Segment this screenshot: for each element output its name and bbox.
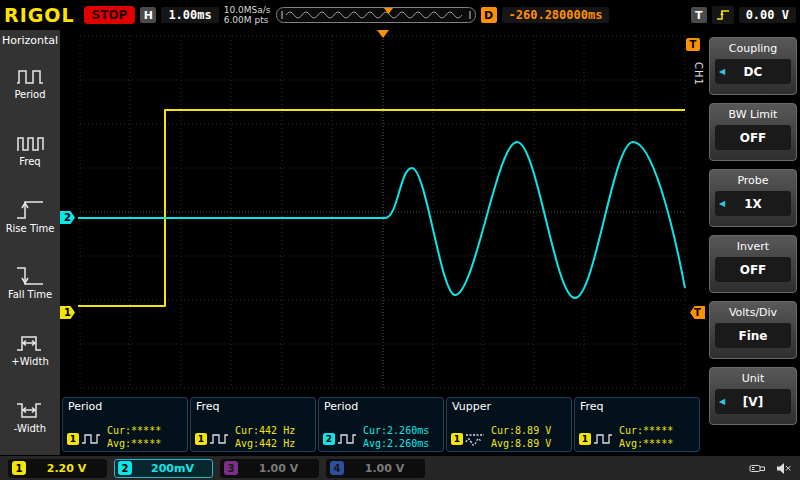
- channel-2-badge: 2: [118, 461, 132, 475]
- menu-item-title: Invert: [710, 240, 796, 253]
- measurement-label: Period: [324, 400, 358, 413]
- measurement-panel-period-ch2[interactable]: Period Cur:2.260msAvg:2.260ms Max:2.260m…: [318, 397, 444, 452]
- channel-badge: 1: [451, 433, 463, 445]
- menu-item-title: Volts/Div: [710, 306, 796, 319]
- sidebar-item-freq[interactable]: Freq: [15, 131, 45, 167]
- channel-3-scale: 1.00 V: [240, 462, 317, 475]
- menu-item-invert[interactable]: Invert OFF: [709, 235, 797, 293]
- menu-item-value: OFF: [740, 131, 767, 145]
- measurement-row: Period Cur:*****Avg:***** Max:*****Min:*…: [60, 395, 705, 455]
- menu-item-value-box: ◀ 1X: [715, 191, 791, 216]
- menu-item-bw-limit[interactable]: BW Limit OFF: [709, 103, 797, 161]
- menu-item-value-box: ◀ [V]: [715, 389, 791, 414]
- channel-4-badge: 4: [330, 461, 344, 475]
- channel-1-scale: 2.20 V: [28, 462, 105, 475]
- memory-position-bar: [276, 7, 476, 23]
- measurement-source-icon: 1: [67, 432, 101, 446]
- chevron-left-icon: ◀: [719, 200, 725, 208]
- menu-item-value: OFF: [740, 263, 767, 277]
- menu-item-coupling[interactable]: Coupling ◀ DC: [709, 37, 797, 95]
- pulse-icon: [81, 432, 101, 446]
- sidebar-item-rise-time[interactable]: Rise Time: [6, 198, 55, 234]
- measurement-source-icon: 1: [451, 432, 485, 446]
- sidebar-item-fall-time[interactable]: Fall Time: [8, 264, 52, 300]
- channel-1-status[interactable]: 1 2.20 V: [8, 459, 107, 478]
- rise-time-icon: [15, 198, 45, 222]
- trigger-key-label: T: [691, 7, 707, 23]
- menu-item-value-box: ◀ DC: [715, 59, 791, 84]
- menu-item-probe[interactable]: Probe ◀ 1X: [709, 169, 797, 227]
- ch1-trace: [78, 110, 685, 306]
- menu-item-value-box: OFF: [715, 257, 791, 282]
- menu-item-title: Coupling: [710, 42, 796, 55]
- measurement-label: Period: [68, 400, 102, 413]
- menu-item-value-box: Fine: [715, 323, 791, 348]
- menu-channel-tab: CH1: [693, 62, 704, 86]
- sidebar-items: Period Freq Rise Time Fall Time: [0, 49, 60, 449]
- measurement-panel-vupper-ch1[interactable]: Vupper Cur:8.89 VAvg:8.89 V Max:8.89 VMi…: [446, 397, 572, 452]
- measurement-panel-freq-ch1[interactable]: Freq Cur:442 HzAvg:442 Hz Max:442 HzMin:…: [190, 397, 316, 452]
- center-axes: [80, 36, 685, 388]
- channel-menu: Coupling ◀ DC BW Limit OFF Probe ◀ 1X In…: [705, 30, 800, 455]
- trigger-edge-icon: [712, 6, 734, 24]
- trigger-position-icon: [377, 30, 389, 38]
- top-status-bar: RIGOL STOP H 1.00ms 10.0MSa/s 6.00M pts …: [0, 0, 800, 30]
- graticule-and-traces: [60, 30, 705, 395]
- sidebar-item-minus-width[interactable]: -Width: [14, 398, 46, 434]
- fall-time-icon: [15, 264, 45, 288]
- sidebar-item-label: +Width: [11, 356, 48, 367]
- channel-3-badge: 3: [224, 461, 238, 475]
- pulse-icon: [337, 432, 357, 446]
- memory-depth: 6.00M pts: [224, 15, 269, 25]
- sine-icon: [465, 432, 485, 446]
- speaker-mute-icon: [776, 462, 792, 475]
- menu-item-value: [V]: [743, 395, 763, 409]
- measurement-panel-period-ch1[interactable]: Period Cur:*****Avg:***** Max:*****Min:*…: [62, 397, 188, 452]
- channel-1-badge: 1: [12, 461, 26, 475]
- sidebar-title: Horizontal: [2, 34, 58, 47]
- channel-4-status[interactable]: 4 1.00 V: [326, 459, 425, 478]
- ch2-trace: [78, 142, 685, 298]
- freq-icon: [15, 131, 45, 155]
- sidebar-item-label: Fall Time: [8, 289, 52, 300]
- sidebar-item-label: Rise Time: [6, 223, 55, 234]
- menu-item-value: Fine: [739, 329, 768, 343]
- channel-4-scale: 1.00 V: [346, 462, 423, 475]
- menu-item-value: DC: [744, 65, 763, 79]
- minus-width-icon: [15, 398, 45, 422]
- sidebar-item-plus-width[interactable]: +Width: [11, 331, 48, 367]
- menu-item-unit[interactable]: Unit ◀ [V]: [709, 367, 797, 425]
- usb-icon: [749, 462, 767, 475]
- menu-item-value-box: OFF: [715, 125, 791, 150]
- run-state-badge: STOP: [84, 6, 136, 24]
- measurement-panel-freq-2[interactable]: Freq Cur:*****Avg:***** Max:*****Min:***…: [574, 397, 700, 452]
- channel-badge: 2: [323, 433, 335, 445]
- pulse-icon: [209, 432, 229, 446]
- chevron-left-icon: ◀: [719, 68, 725, 76]
- channel-badge: 1: [579, 433, 591, 445]
- sidebar-item-period[interactable]: Period: [14, 64, 45, 100]
- status-icons: [749, 462, 792, 475]
- channel-status-bar: 1 2.20 V 2 200mV 3 1.00 V 4 1.00 V: [0, 455, 800, 480]
- measurement-source-icon: 1: [579, 432, 613, 446]
- delay-key-label: D: [481, 7, 497, 23]
- horizontal-key-label: H: [140, 7, 156, 23]
- timebase-value: 1.00ms: [161, 7, 218, 23]
- plus-width-icon: [15, 331, 45, 355]
- measurement-label: Freq: [580, 400, 604, 413]
- acquisition-info: 10.0MSa/s 6.00M pts: [224, 5, 271, 25]
- sidebar-item-label: Period: [14, 89, 45, 100]
- sidebar-item-label: Freq: [19, 156, 40, 167]
- channel-badge: 1: [67, 433, 79, 445]
- channel-2-scale: 200mV: [134, 462, 211, 475]
- measurement-label: Freq: [196, 400, 220, 413]
- menu-item-title: Unit: [710, 372, 796, 385]
- menu-item-title: BW Limit: [710, 108, 796, 121]
- trigger-level-value: 0.00 V: [739, 7, 796, 23]
- menu-item-volts-div[interactable]: Volts/Div Fine: [709, 301, 797, 359]
- channel-2-status[interactable]: 2 200mV: [114, 459, 213, 478]
- chevron-left-icon: ◀: [719, 398, 725, 406]
- channel-3-status[interactable]: 3 1.00 V: [220, 459, 319, 478]
- menu-item-title: Probe: [710, 174, 796, 187]
- channel-badge: 1: [195, 433, 207, 445]
